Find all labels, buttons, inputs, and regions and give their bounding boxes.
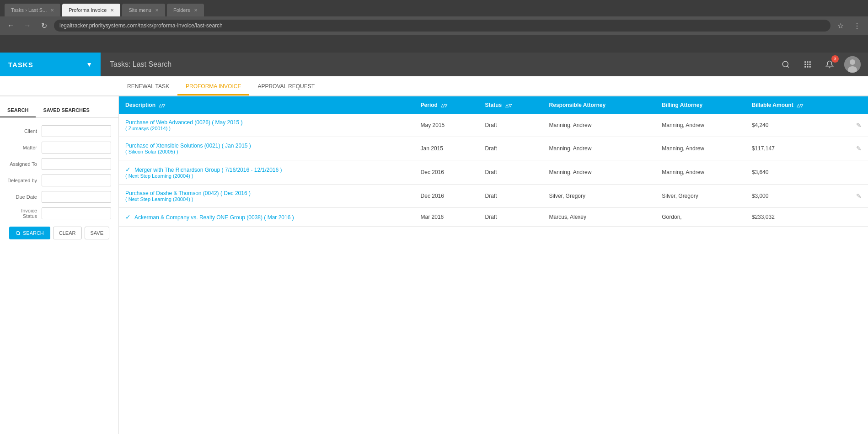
sort-description-icon: △▽ [159,103,165,108]
col-actions [850,96,868,114]
tab-renewal-task[interactable]: RENEWAL TASK [119,79,177,95]
reload-button[interactable]: ↻ [38,19,50,32]
description-link[interactable]: Merger with The Richardson Group ( 7/16/… [134,167,282,173]
description-link[interactable]: Purchase of Dashe & Thomson (0042) ( Dec… [125,190,251,196]
svg-rect-4 [809,61,811,63]
avatar[interactable] [844,56,861,73]
description-sub: ( Zumasys (20014) ) [125,126,408,131]
description-link[interactable]: Ackerman & Company vs. Realty ONE Group … [134,214,294,221]
address-bar[interactable]: legaltracker.prioritysystems.com/tasks/p… [54,20,830,32]
app-container: TASKS ▼ Tasks: Last Search [0,53,868,434]
check-icon: ✓ [125,213,133,221]
svg-rect-3 [807,61,809,63]
cell-status: Draft [479,137,543,160]
cell-billable-amount: $233,032 [745,208,850,227]
cell-period: Mar 2016 [414,208,479,227]
cell-actions: ✎ [850,114,868,137]
forward-button[interactable]: → [21,19,34,32]
grid-icon-button[interactable] [800,57,815,72]
save-button-label: SAVE [91,230,104,236]
invoice-status-input[interactable] [42,207,111,219]
edit-icon[interactable]: ✎ [856,122,862,129]
panel-tab-saved-searches[interactable]: SAVED SEARCHES [36,104,96,117]
bookmark-button[interactable]: ☆ [834,19,847,32]
cell-status: Draft [479,114,543,137]
cell-actions [850,160,868,185]
browser-tab-4[interactable]: Folders ✕ [167,4,204,16]
cell-billable-amount: $3,640 [745,160,850,185]
svg-rect-7 [809,64,811,65]
table-row: Purchase of Xtensible Solutions (0021) (… [119,137,868,160]
due-date-input[interactable] [42,191,111,203]
browser-tabs: Tasks › Last S... ✕ Proforma Invoice ✕ S… [0,0,868,16]
cell-billing-attorney: Gordon, [655,208,745,227]
svg-rect-5 [804,64,806,65]
client-input[interactable] [42,125,111,137]
panel-tabs: SEARCH SAVED SEARCHES [0,104,118,118]
tab-label-1: Tasks › Last S... [11,7,47,13]
cell-actions: ✎ [850,137,868,160]
tab-close-3[interactable]: ✕ [155,8,159,13]
table-row: ✓ Ackerman & Company vs. Realty ONE Grou… [119,208,868,227]
cell-status: Draft [479,160,543,185]
tab-proforma-invoice[interactable]: PROFORMA INVOICE [177,79,249,95]
tasks-menu-label: TASKS [8,61,33,69]
search-button[interactable]: SEARCH [9,227,50,239]
browser-tab-2[interactable]: Proforma Invoice ✕ [62,4,120,16]
cell-responsible-attorney: Manning, Andrew [543,137,656,160]
description-sub: ( Silicon Solar (20005) ) [125,149,408,154]
due-date-label: Due Date [7,194,42,200]
cell-status: Draft [479,208,543,227]
table-row: ✓ Merger with The Richardson Group ( 7/1… [119,160,868,185]
table-header-row: Description △▽ Period △▽ Status △▽ Res [119,96,868,114]
cell-billing-attorney: Silver, Gregory [655,185,745,208]
tab-close-1[interactable]: ✕ [50,8,54,13]
sort-status-icon: △▽ [505,103,512,108]
save-button[interactable]: SAVE [85,227,110,239]
tab-close-4[interactable]: ✕ [194,8,198,13]
tab-close-2[interactable]: ✕ [110,8,114,13]
cell-actions: ✎ [850,185,868,208]
browser-tab-1[interactable]: Tasks › Last S... ✕ [5,4,60,16]
tab-label-4: Folders [173,7,190,13]
assigned-to-input[interactable] [42,158,111,170]
edit-icon[interactable]: ✎ [856,192,862,200]
cell-description: ✓ Merger with The Richardson Group ( 7/1… [119,160,414,185]
cell-description: Purchase of Web Advanced (0026) ( May 20… [119,114,414,137]
delegated-by-field-row: Delegated by [7,175,111,186]
description-link[interactable]: Purchase of Xtensible Solutions (0021) (… [125,143,251,149]
sort-amount-icon: △▽ [797,103,803,108]
description-link[interactable]: Purchase of Web Advanced (0026) ( May 20… [125,119,243,126]
col-period[interactable]: Period △▽ [414,96,479,114]
menu-button[interactable]: ⋮ [851,19,863,32]
header-icons: 3 [778,56,868,73]
col-description[interactable]: Description △▽ [119,96,414,114]
svg-rect-8 [804,66,806,68]
client-field-row: Client [7,125,111,137]
matter-label: Matter [7,145,42,150]
tab-approval-request[interactable]: APPROVAL REQUEST [249,79,323,95]
cell-billable-amount: $3,000 [745,185,850,208]
client-label: Client [7,128,42,134]
back-button[interactable]: ← [5,19,17,32]
matter-input[interactable] [42,142,111,153]
tab-label-2: Proforma Invoice [69,7,107,13]
search-icon-button[interactable] [778,57,793,72]
assigned-to-field-row: Assigned To [7,158,111,170]
svg-point-12 [850,59,855,65]
cell-description: Purchase of Xtensible Solutions (0021) (… [119,137,414,160]
delegated-by-label: Delegated by [7,178,42,183]
delegated-by-input[interactable] [42,175,111,186]
notification-badge: 3 [831,55,839,63]
col-billable-amount[interactable]: Billable Amount △▽ [745,96,850,114]
address-text: legaltracker.prioritysystems.com/tasks/p… [59,22,223,29]
edit-icon[interactable]: ✎ [856,145,862,152]
cell-period: Dec 2016 [414,185,479,208]
form-fields: Client Matter Assigned To Delegated by D… [0,125,118,239]
cell-responsible-attorney: Silver, Gregory [543,185,656,208]
tasks-menu-button[interactable]: TASKS ▼ [0,53,101,76]
col-status[interactable]: Status △▽ [479,96,543,114]
clear-button[interactable]: CLEAR [53,227,82,239]
panel-tab-search[interactable]: SEARCH [0,104,36,117]
browser-tab-3[interactable]: Site menu ✕ [122,4,165,16]
